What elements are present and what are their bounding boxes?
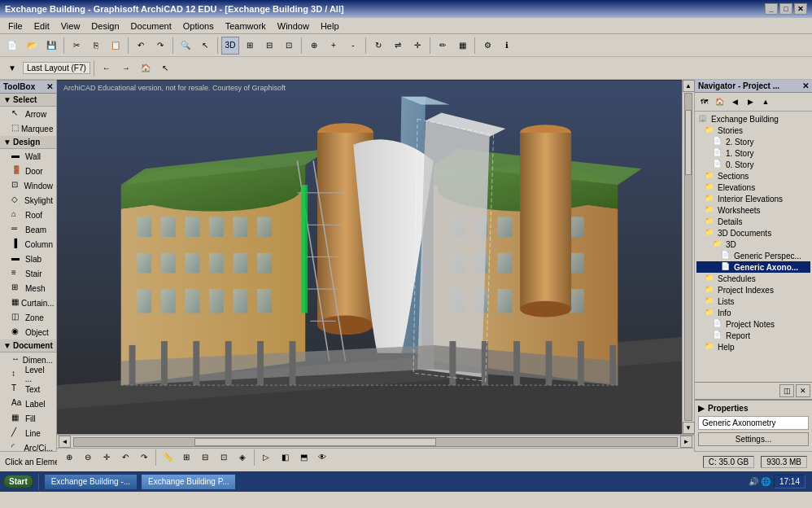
bt-zoom-fit[interactable]: ⊕ bbox=[60, 449, 78, 466]
menu-teamwork[interactable]: Teamwork bbox=[220, 20, 271, 33]
tb-zoom-in[interactable]: + bbox=[325, 37, 343, 55]
nav-schedules[interactable]: Schedules bbox=[696, 273, 810, 284]
nav-btn-fwd[interactable]: ▶ bbox=[743, 94, 757, 109]
canvas-area[interactable]: ArchiCAD Educational version, not for re… bbox=[57, 80, 682, 434]
nav-btn-back[interactable]: ◀ bbox=[727, 94, 742, 109]
tb-redo[interactable]: ↷ bbox=[151, 37, 169, 55]
vscroll-down-button[interactable]: ▼ bbox=[683, 422, 695, 434]
menu-help[interactable]: Help bbox=[316, 20, 344, 33]
bt-coords[interactable]: ⊞ bbox=[177, 449, 195, 466]
bt-snap[interactable]: ⊡ bbox=[215, 449, 233, 466]
nav-info[interactable]: Info bbox=[696, 307, 810, 318]
menu-window[interactable]: Window bbox=[273, 20, 314, 33]
nav-btn-home[interactable]: 🏠 bbox=[712, 94, 727, 109]
nav-project-notes[interactable]: Project Notes bbox=[696, 318, 810, 330]
nav-elevations[interactable]: Elevations bbox=[696, 182, 810, 193]
menu-edit[interactable]: Edit bbox=[29, 20, 55, 33]
hscroll-right-button[interactable]: ► bbox=[680, 436, 692, 448]
minimize-button[interactable]: _ bbox=[765, 3, 778, 15]
nav-worksheets[interactable]: Worksheets bbox=[696, 204, 810, 216]
vscroll-track[interactable] bbox=[684, 93, 692, 421]
bt-measure[interactable]: 📏 bbox=[159, 449, 177, 466]
vscroll-up-button[interactable]: ▲ bbox=[683, 80, 695, 92]
layout-tab-btn[interactable]: Last Layout (F7) bbox=[23, 62, 90, 74]
tb-settings[interactable]: ⚙ bbox=[478, 37, 496, 55]
tb-copy[interactable]: ⎘ bbox=[87, 37, 105, 55]
menu-file[interactable]: File bbox=[3, 20, 28, 33]
nav-details[interactable]: Details bbox=[696, 216, 810, 227]
tool-wall[interactable]: ▬ Wall bbox=[0, 149, 56, 164]
nav-lists[interactable]: Lists bbox=[696, 296, 810, 307]
hscroll-left-button[interactable]: ◄ bbox=[59, 436, 71, 448]
nav-story-1[interactable]: 1. Story bbox=[696, 147, 810, 159]
tool-skylight[interactable]: ◇ Skylight bbox=[0, 193, 56, 208]
maximize-button[interactable]: □ bbox=[779, 3, 792, 15]
hscroll-thumb[interactable] bbox=[194, 438, 435, 446]
tb-save[interactable]: 💾 bbox=[42, 37, 60, 55]
section-design[interactable]: ▼ Design bbox=[0, 136, 56, 149]
tb-search[interactable]: 🔍 bbox=[177, 37, 194, 55]
nav-help[interactable]: Help bbox=[696, 341, 810, 353]
tb2-back[interactable]: ← bbox=[98, 59, 116, 77]
tb-undo[interactable]: ↶ bbox=[132, 37, 150, 55]
vscroll-thumb[interactable] bbox=[685, 110, 692, 175]
tool-stair[interactable]: ≡ Stair bbox=[0, 266, 56, 281]
start-button[interactable]: Start bbox=[3, 475, 33, 488]
tb-move[interactable]: ✛ bbox=[408, 37, 426, 55]
tool-arrow[interactable]: ↖ Arrow bbox=[0, 107, 56, 121]
nav-resize-btn[interactable]: ◫ bbox=[779, 384, 794, 397]
nav-stories[interactable]: Stories bbox=[696, 125, 810, 136]
section-document[interactable]: ▼ Document bbox=[0, 339, 56, 353]
tool-slab[interactable]: ▬ Slab bbox=[0, 252, 56, 266]
tb2-cursor[interactable]: ↖ bbox=[156, 59, 174, 77]
tb-detail[interactable]: ⊡ bbox=[280, 37, 298, 55]
tool-fill[interactable]: ▦ Fill bbox=[0, 411, 56, 426]
tb-pen[interactable]: ✏ bbox=[434, 37, 452, 55]
bt-zoom-in[interactable]: ⊖ bbox=[79, 449, 97, 466]
bt-view1[interactable]: ◧ bbox=[276, 449, 294, 466]
tool-marquee[interactable]: ⬚ Marquee bbox=[0, 121, 56, 136]
tool-zone[interactable]: ◫ Zone bbox=[0, 310, 56, 325]
menu-view[interactable]: View bbox=[56, 20, 85, 33]
tb-rotate[interactable]: ↻ bbox=[369, 37, 387, 55]
nav-generic-axon[interactable]: Generic Axono... bbox=[696, 261, 810, 273]
tool-mesh[interactable]: ⊞ Mesh bbox=[0, 281, 56, 296]
tool-beam[interactable]: ═ Beam bbox=[0, 222, 56, 237]
nav-3d-folder[interactable]: 3D bbox=[696, 239, 810, 250]
nav-sections[interactable]: Sections bbox=[696, 170, 810, 182]
nav-report[interactable]: Report bbox=[696, 330, 810, 341]
tool-level[interactable]: ↕ Level ... bbox=[0, 367, 56, 382]
nav-exchange-building[interactable]: 🏢 Exchange Building bbox=[696, 113, 810, 125]
tb2-home[interactable]: 🏠 bbox=[137, 59, 155, 77]
menu-design[interactable]: Design bbox=[86, 20, 124, 33]
nav-close-btn[interactable]: ✕ bbox=[796, 384, 810, 397]
tool-window[interactable]: ⊡ Window bbox=[0, 178, 56, 193]
tb2-select-mode[interactable]: ▼ bbox=[3, 59, 21, 77]
tb-fill[interactable]: ▦ bbox=[453, 37, 471, 55]
tool-text[interactable]: T Text bbox=[0, 382, 56, 396]
tb-new[interactable]: 📄 bbox=[3, 37, 21, 55]
tb-3d[interactable]: 3D bbox=[221, 37, 239, 55]
tb-zoom-out[interactable]: - bbox=[344, 37, 362, 55]
tb-cut[interactable]: ✂ bbox=[68, 37, 85, 55]
tb-paste[interactable]: 📋 bbox=[107, 37, 124, 55]
tool-column[interactable]: ▐ Column bbox=[0, 237, 56, 252]
taskbar-item-2[interactable]: Exchange Building P... bbox=[141, 474, 236, 490]
menu-options[interactable]: Options bbox=[178, 20, 219, 33]
tool-object[interactable]: ◉ Object bbox=[0, 325, 56, 339]
tb-zoom-fit[interactable]: ⊕ bbox=[305, 37, 323, 55]
close-button[interactable]: ✕ bbox=[794, 3, 807, 15]
navigator-close[interactable]: ✕ bbox=[802, 81, 809, 90]
nav-btn-up[interactable]: ▲ bbox=[758, 94, 773, 109]
tool-roof[interactable]: ⌂ Roof bbox=[0, 208, 56, 222]
tb-section[interactable]: ⊟ bbox=[260, 37, 278, 55]
taskbar-item-1[interactable]: Exchange Building -... bbox=[44, 474, 138, 490]
properties-settings-btn[interactable]: Settings... bbox=[698, 432, 809, 446]
bt-orbit[interactable]: ↷ bbox=[135, 449, 153, 466]
nav-generic-persp[interactable]: Generic Perspec... bbox=[696, 250, 810, 261]
tool-curtain[interactable]: ▦ Curtain... bbox=[0, 296, 56, 310]
bt-pan[interactable]: ✛ bbox=[98, 449, 116, 466]
tb-mirror[interactable]: ⇌ bbox=[389, 37, 407, 55]
bt-walkthrough[interactable]: 👁 bbox=[313, 449, 331, 466]
tool-arc[interactable]: ◜ Arc/Ci... bbox=[0, 440, 56, 451]
